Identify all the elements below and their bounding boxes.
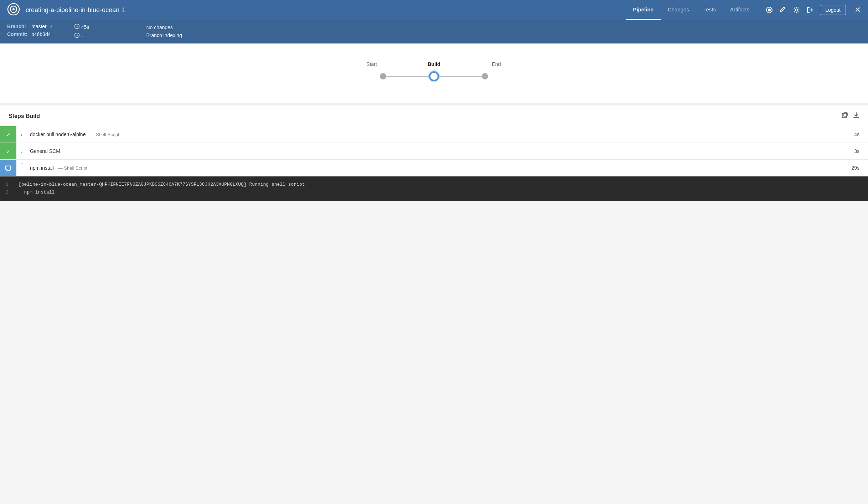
- step-name-text-3: npm install: [30, 165, 54, 171]
- step-type-1: — Shell Script: [90, 132, 119, 137]
- main-header: creating-a-pipeline-in-blue-ocean 1 Pipe…: [0, 0, 868, 20]
- step-expand-3[interactable]: ›: [19, 163, 25, 173]
- log-line-2: 2 + npm install: [6, 189, 862, 196]
- step-duration-2: 3s: [854, 148, 868, 154]
- svg-point-5: [795, 9, 797, 11]
- open-external-icon[interactable]: [842, 112, 848, 120]
- exit-icon[interactable]: [806, 6, 813, 14]
- commit-label: Commit:: [7, 31, 29, 37]
- step-status-2: ✓: [0, 143, 16, 159]
- duration-icon: [74, 24, 80, 30]
- step-row-1[interactable]: ✓ › docker pull node:6-alpine — Shell Sc…: [0, 126, 868, 143]
- log-num-2: 2: [6, 189, 13, 196]
- logo: [7, 3, 20, 17]
- label-build: Build: [423, 61, 445, 67]
- log-text-1: [peline-in-blue-ocean_master-QHFKIFNIE7F…: [19, 181, 305, 189]
- branch-label: Branch:: [7, 24, 29, 29]
- timing-info: 45s -: [74, 24, 89, 39]
- check-icon-2: ✓: [6, 148, 11, 155]
- duration-row: 45s: [74, 24, 89, 30]
- branch-indexing-text: Branch indexing: [146, 32, 182, 38]
- pipeline-track: Start Build End: [363, 61, 505, 81]
- steps-header: Steps Build: [0, 106, 868, 126]
- step-duration-1: 4s: [854, 132, 868, 137]
- step-status-3: [0, 160, 16, 176]
- nav-pipeline[interactable]: Pipeline: [626, 0, 661, 20]
- step-name-2: General SCM: [27, 148, 854, 154]
- steps-section: Steps Build ✓ › docker pull node:6-alpin…: [0, 106, 868, 201]
- log-text-2: + npm install: [19, 189, 55, 196]
- running-spinner-3: [5, 165, 11, 171]
- svg-point-2: [12, 8, 15, 10]
- nav-artifacts[interactable]: Artifacts: [723, 0, 756, 20]
- svg-rect-8: [842, 113, 847, 118]
- line-build-end: [439, 76, 482, 77]
- meta-info: Branch: master ↗ Commit: b46b3d4: [7, 24, 53, 39]
- nav-changes[interactable]: Changes: [661, 0, 696, 20]
- logout-button[interactable]: Logout: [820, 5, 846, 15]
- steps-title: Steps Build: [9, 113, 40, 119]
- pipeline-nodes: [380, 71, 488, 81]
- page-title: creating-a-pipeline-in-blue-ocean 1: [26, 6, 620, 14]
- step-expand-1[interactable]: ›: [16, 132, 27, 137]
- settings-icon[interactable]: [793, 6, 800, 14]
- step-status-1: ✓: [0, 126, 16, 143]
- edit-icon[interactable]: [779, 6, 786, 14]
- commit-value: b46b3d4: [31, 31, 51, 37]
- steps-actions: [842, 112, 859, 120]
- log-line-1: 1 [peline-in-blue-ocean_master-QHFKIFNIE…: [6, 181, 862, 189]
- step-expand-2[interactable]: ›: [16, 149, 27, 154]
- nav-tests[interactable]: Tests: [696, 0, 723, 20]
- pipeline-area: Start Build End: [0, 43, 868, 103]
- close-button[interactable]: ✕: [854, 5, 861, 15]
- commit-row: Commit: b46b3d4: [7, 31, 53, 37]
- log-output: 1 [peline-in-blue-ocean_master-QHFKIFNIE…: [0, 176, 868, 201]
- step-name-text-1: docker pull node:6-alpine: [30, 132, 86, 137]
- node-build[interactable]: [429, 71, 439, 81]
- branch-value: master: [31, 24, 47, 29]
- step-duration-3: 29s: [851, 165, 868, 171]
- duration-value: 45s: [81, 24, 89, 30]
- branch-row: Branch: master ↗: [7, 24, 53, 29]
- time-value: -: [81, 33, 83, 39]
- record-icon[interactable]: [766, 6, 773, 14]
- step-name-text-2: General SCM: [30, 148, 60, 154]
- node-end[interactable]: [482, 73, 488, 79]
- change-info: No changes Branch indexing: [146, 24, 182, 39]
- main-nav: Pipeline Changes Tests Artifacts: [626, 0, 756, 20]
- sub-header: Branch: master ↗ Commit: b46b3d4 45s - N…: [0, 20, 868, 43]
- step-row-3[interactable]: › npm install — Shell Script 29s: [0, 160, 868, 176]
- label-end: End: [487, 61, 505, 67]
- download-icon[interactable]: [853, 112, 859, 120]
- no-changes-text: No changes: [146, 25, 182, 30]
- step-name-3: npm install — Shell Script: [27, 165, 851, 171]
- svg-point-4: [768, 9, 771, 11]
- pipeline-labels: Start Build End: [363, 61, 505, 67]
- clock-icon: [74, 32, 80, 39]
- log-num-1: 1: [6, 181, 13, 189]
- line-start-build: [386, 76, 429, 77]
- label-start: Start: [363, 61, 381, 67]
- external-link-icon[interactable]: ↗: [50, 24, 53, 29]
- node-start[interactable]: [380, 73, 386, 79]
- check-icon-1: ✓: [6, 131, 11, 138]
- step-row-2[interactable]: ✓ › General SCM 3s: [0, 143, 868, 160]
- header-icons: Logout ✕: [766, 5, 861, 15]
- time-row: -: [74, 32, 89, 39]
- divider: [0, 103, 868, 106]
- step-name-1: docker pull node:6-alpine — Shell Script: [27, 132, 854, 137]
- step-type-3: — Shell Script: [58, 165, 87, 171]
